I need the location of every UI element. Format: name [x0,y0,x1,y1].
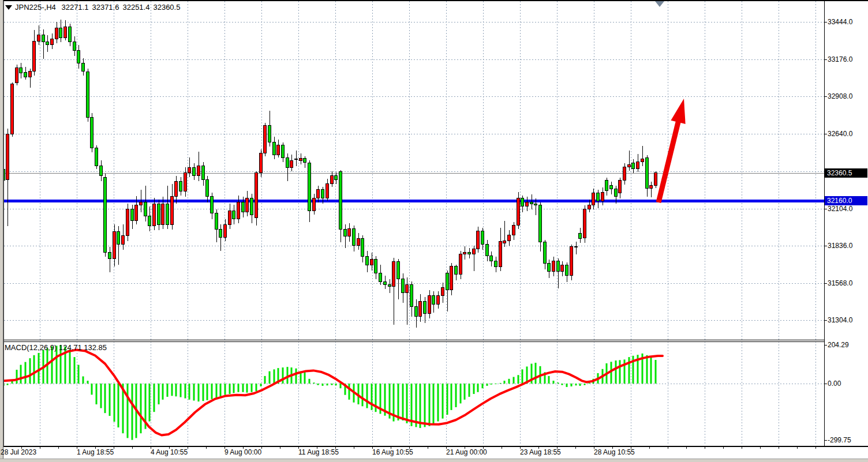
chart-top-border [0,0,868,1]
ohlc-open: 32271.1 [61,3,88,12]
time-axis-label: 11 Aug 18:55 [298,448,339,456]
time-axis-label: 16 Aug 10:55 [372,448,413,456]
price-axis-label: 32640.0 [828,130,852,138]
price-axis-label: 33176.0 [828,55,852,63]
ohlc-high: 32371.6 [92,3,119,12]
time-axis-label: 28 Aug 10:55 [594,448,635,456]
price-axis-label: 33444.0 [828,18,852,26]
price-axis-label: 32908.0 [828,92,852,100]
chart-title: JPN225-,H4 32271.132371.632251.432360.5 [15,3,184,12]
macd-name: MACD(12,26,9) [5,343,57,352]
time-axis-label: 1 Aug 18:55 [77,448,114,456]
support-line-price-badge: 32160.0 [825,196,867,205]
time-axis-label: 9 Aug 00:00 [225,448,261,456]
time-axis-label: 23 Aug 18:55 [520,448,561,456]
time-axis-label: 4 Aug 10:55 [151,448,188,456]
window-left-edge [0,0,3,459]
symbol-label: JPN225-,H4 [15,3,56,12]
macd-values: 124.71 132.85 [59,343,107,352]
macd-axis-label: -299.75 [828,436,851,444]
macd-axis-label: 204.29 [828,341,849,349]
price-axis-label: 32104.0 [828,205,852,213]
symbol-dropdown-icon[interactable] [5,5,12,10]
chart-shift-marker-icon[interactable] [655,1,664,7]
chart-window: JPN225-,H4 32271.132371.632251.432360.5 … [0,0,868,462]
current-price-badge: 32360.5 [825,168,867,178]
window-bottom-edge [0,459,868,462]
time-axis-label: 21 Aug 00:00 [446,448,487,456]
price-axis-label: 31304.0 [828,316,852,324]
macd-axis-label: 0.00 [828,380,841,388]
ohlc-low: 32251.4 [122,3,149,12]
price-chart-canvas[interactable] [0,0,868,462]
ohlc-close: 32360.5 [153,3,180,12]
price-axis-label: 31836.0 [828,242,852,250]
macd-indicator-label: MACD(12,26,9) 124.71 132.85 [5,343,107,352]
price-axis-label: 31568.0 [828,279,852,287]
time-axis-label: 28 Jul 2023 [1,448,36,456]
